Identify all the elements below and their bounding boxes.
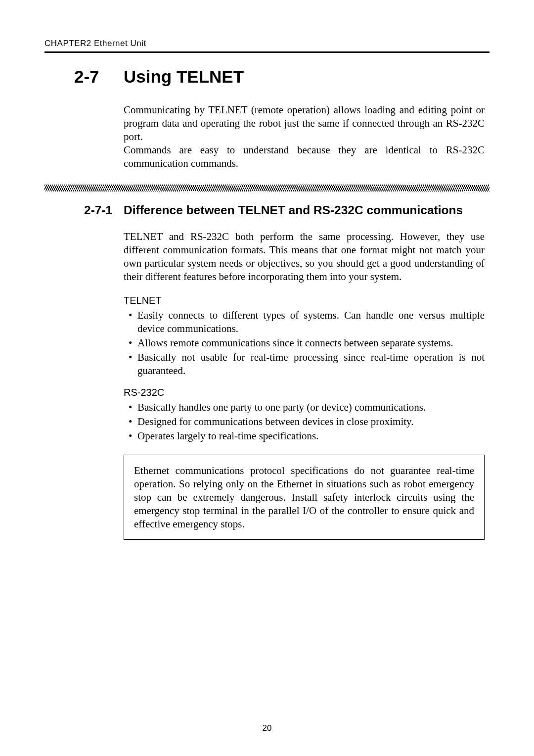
- list-item: Allows remote communications since it co…: [124, 336, 485, 350]
- section-number: 2-7: [74, 67, 124, 87]
- telnet-heading: TELNET: [124, 294, 485, 307]
- intro-paragraph-1: Communicating by TELNET (remote operatio…: [124, 103, 485, 143]
- subsection-body: TELNET and RS-232C both perform the same…: [124, 230, 485, 540]
- list-item: Operates largely to real-time specificat…: [124, 429, 485, 443]
- page: CHAPTER2 Ethernet Unit 2-7 Using TELNET …: [0, 0, 534, 756]
- subsection-title: Difference between TELNET and RS-232C co…: [124, 203, 463, 217]
- hatched-divider: [44, 185, 490, 191]
- page-number: 20: [0, 723, 534, 733]
- list-item: Basically not usable for real-time proce…: [124, 351, 485, 378]
- warning-note-box: Ethernet communications protocol specifi…: [124, 455, 485, 540]
- list-item: Basically handles one party to one party…: [124, 401, 485, 414]
- telnet-list: Easily connects to different types of sy…: [124, 309, 485, 377]
- rs232c-heading: RS-232C: [124, 386, 485, 399]
- section-heading: 2-7 Using TELNET: [74, 67, 490, 87]
- intro-paragraph-2: Commands are easy to understand because …: [124, 143, 485, 170]
- section-intro: Communicating by TELNET (remote operatio…: [124, 103, 485, 170]
- subsection-paragraph: TELNET and RS-232C both perform the same…: [124, 230, 485, 284]
- rs232c-list: Basically handles one party to one party…: [124, 401, 485, 443]
- list-item: Easily connects to different types of sy…: [124, 309, 485, 335]
- subsection-heading: 2-7-1 Difference between TELNET and RS-2…: [84, 203, 490, 217]
- subsection-number: 2-7-1: [84, 203, 124, 217]
- section-title: Using TELNET: [124, 67, 244, 87]
- running-header: CHAPTER2 Ethernet Unit: [44, 39, 490, 53]
- list-item: Designed for communications between devi…: [124, 415, 485, 428]
